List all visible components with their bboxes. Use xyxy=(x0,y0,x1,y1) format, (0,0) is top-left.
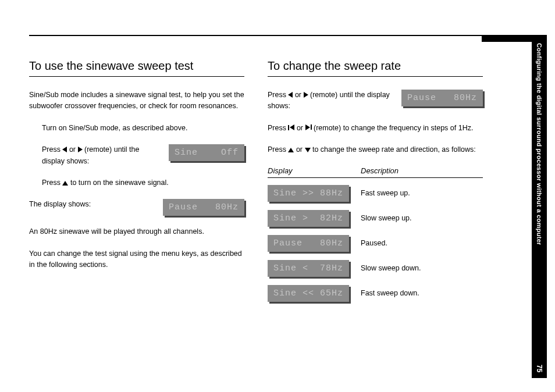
text-fragment: Press xyxy=(268,145,288,154)
down-arrow-icon xyxy=(305,148,311,152)
text-fragment: or xyxy=(67,145,77,154)
text-fragment: Press xyxy=(268,124,288,132)
table-desc: Slow sweep up. xyxy=(361,214,412,222)
table-row: Sine >> 88Hz Fast sweep up. xyxy=(268,185,483,202)
text-fragment: or xyxy=(294,145,304,154)
lcd-display: Sine >> 88Hz xyxy=(268,185,349,202)
lcd-display: Pause 80Hz xyxy=(401,90,483,106)
left-heading: To use the sinewave sweep test xyxy=(29,59,244,77)
left-shows-row: The display shows: Pause 80Hz xyxy=(29,199,244,216)
up-arrow-icon xyxy=(288,148,294,152)
right-step1-text: Press or (remote) until the display show… xyxy=(268,90,393,112)
right-column: To change the sweep rate Press or (remot… xyxy=(268,59,483,310)
page-number: 75 xyxy=(535,365,543,372)
left-p5: You can change the test signal using the… xyxy=(29,248,244,271)
table-head-display: Display xyxy=(268,166,361,175)
left-step2-text: Press or (remote) until the display show… xyxy=(42,144,161,167)
side-tab: Configuring the digital surround process… xyxy=(532,35,547,378)
lcd-display: Pause 80Hz xyxy=(268,235,349,252)
table-header: Display Description xyxy=(268,166,483,178)
table-desc: Fast sweep up. xyxy=(361,189,410,197)
left-intro: Sine/Sub mode includes a sinewave signal… xyxy=(29,90,244,112)
text-fragment: or xyxy=(293,91,303,99)
text-fragment: or xyxy=(294,124,305,132)
up-arrow-icon xyxy=(62,181,68,186)
lcd-display: Sine Off xyxy=(169,144,244,161)
table-row: Pause 80Hz Paused. xyxy=(268,235,483,252)
right-arrow-icon xyxy=(78,147,83,152)
text-fragment: Press xyxy=(42,179,62,187)
right-step1-row: Press or (remote) until the display show… xyxy=(268,90,483,112)
table-row: Sine << 65Hz Fast sweep down. xyxy=(268,285,483,302)
table-row: Sine > 82Hz Slow sweep up. xyxy=(268,210,483,227)
right-step2: Press or (remote) to change the frequenc… xyxy=(268,123,483,134)
header-black-block xyxy=(482,35,532,42)
table-desc: Fast sweep down. xyxy=(361,289,419,297)
top-rule xyxy=(29,35,483,36)
lcd-display: Pause 80Hz xyxy=(163,199,244,216)
skip-next-icon xyxy=(305,124,312,130)
left-shows-text: The display shows: xyxy=(29,199,155,210)
table-desc: Paused. xyxy=(361,239,387,247)
two-columns: To use the sinewave sweep test Sine/Sub … xyxy=(29,59,483,310)
table-row: Sine < 78Hz Slow sweep down. xyxy=(268,260,483,277)
lcd-display: Sine > 82Hz xyxy=(268,210,349,227)
text-fragment: Press xyxy=(268,91,288,99)
text-fragment: Press xyxy=(42,145,62,154)
text-fragment: to change the sweep rate and direction, … xyxy=(311,145,476,154)
left-p4: An 80Hz sinewave will be played through … xyxy=(29,226,244,237)
lcd-display: Sine < 78Hz xyxy=(268,260,349,277)
section-label: Configuring the digital surround process… xyxy=(536,43,543,245)
right-step3: Press or to change the sweep rate and di… xyxy=(268,144,483,155)
lcd-display: Sine << 65Hz xyxy=(268,285,349,302)
left-step1: Turn on Sine/Sub mode, as described abov… xyxy=(29,123,244,134)
left-step3: Press to turn on the sinewave signal. xyxy=(29,177,244,188)
page-content: To use the sinewave sweep test Sine/Sub … xyxy=(0,0,512,322)
table-desc: Slow sweep down. xyxy=(361,264,421,272)
left-step2-row: Press or (remote) until the display show… xyxy=(29,144,244,167)
left-column: To use the sinewave sweep test Sine/Sub … xyxy=(29,59,244,310)
right-heading: To change the sweep rate xyxy=(268,59,483,77)
table-head-desc: Description xyxy=(361,166,399,175)
text-fragment: (remote) to change the frequency in step… xyxy=(312,124,474,132)
text-fragment: to turn on the sinewave signal. xyxy=(68,179,168,187)
skip-prev-icon xyxy=(288,124,294,130)
right-arrow-icon xyxy=(304,92,308,98)
